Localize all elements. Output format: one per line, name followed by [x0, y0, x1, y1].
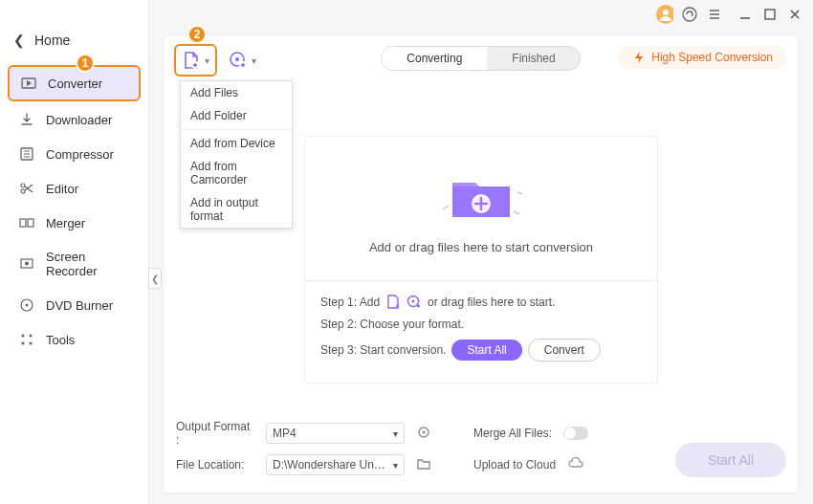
cloud-icon[interactable] [567, 457, 584, 473]
user-avatar-icon[interactable] [656, 6, 673, 23]
scissors-icon [19, 181, 34, 196]
svg-point-2 [21, 184, 25, 187]
add-dvd-button[interactable]: ▾ [223, 46, 262, 75]
svg-point-26 [423, 430, 426, 433]
collapse-toggle[interactable]: ❮ [148, 268, 162, 289]
sidebar-item-editor[interactable]: Editor [8, 172, 141, 205]
svg-point-20 [235, 57, 239, 61]
output-format-label: Output Format : [176, 420, 254, 447]
tab-converting[interactable]: Converting [382, 47, 487, 70]
merge-label: Merge All Files: [473, 427, 552, 440]
dropzone[interactable]: Add or drag files here to start conversi… [304, 136, 658, 383]
merge-toggle[interactable] [563, 427, 588, 440]
svg-point-11 [30, 335, 33, 338]
download-icon [19, 112, 34, 127]
hsc-label: High Speed Conversion [651, 51, 773, 64]
compressor-icon [19, 146, 34, 162]
add-file-small-icon[interactable] [385, 295, 401, 310]
dropzone-text: Add or drag files here to start conversi… [369, 240, 593, 254]
start-all-button[interactable]: Start All [675, 443, 786, 477]
svg-point-12 [22, 342, 25, 345]
sidebar-item-label: Screen Recorder [46, 250, 129, 278]
folder-plus-icon [433, 164, 529, 227]
output-format-value: MP4 [273, 427, 297, 440]
sidebar-item-downloader[interactable]: Downloader [8, 103, 141, 136]
svg-point-16 [683, 8, 696, 21]
svg-rect-4 [20, 219, 26, 227]
sidebar-item-dvd-burner[interactable]: DVD Burner [8, 289, 141, 321]
upload-cloud-label: Upload to Cloud [473, 458, 556, 471]
menu-icon[interactable] [706, 6, 723, 23]
dropdown-add-from-device[interactable]: Add from Device [181, 132, 292, 155]
add-dvd-small-icon[interactable] [406, 295, 422, 310]
sidebar-item-label: Compressor [46, 147, 114, 162]
add-dvd-icon [229, 51, 248, 70]
step2-label: Step 2: Choose your format. [320, 318, 464, 331]
sidebar-item-label: Tools [46, 333, 75, 347]
minimize-icon[interactable] [736, 6, 754, 23]
tab-finished[interactable]: Finished [487, 47, 580, 70]
add-toolbar: 2 ▾ ▾ Add Files Add Folder Add from Devi… [174, 44, 262, 77]
high-speed-conversion-button[interactable]: High Speed Conversion [619, 46, 786, 69]
status-tabs: Converting Finished [381, 46, 581, 71]
maximize-icon[interactable] [761, 6, 779, 23]
sidebar-item-label: Converter [48, 77, 102, 91]
svg-point-13 [30, 342, 33, 345]
main-area: ❮ 2 ▾ ▾ Add Files Add Folder A [149, 0, 813, 504]
sidebar-item-compressor[interactable]: Compressor [8, 138, 141, 170]
file-location-label: File Location: [176, 458, 254, 471]
open-folder-icon[interactable] [416, 456, 431, 474]
dropdown-add-in-output-format[interactable]: Add in output format [181, 191, 292, 228]
add-file-button[interactable]: 2 ▾ [174, 44, 217, 77]
home-nav[interactable]: ❮ Home [0, 27, 148, 65]
sidebar-item-label: DVD Burner [46, 298, 113, 313]
svg-rect-5 [28, 219, 33, 227]
step3-label: Step 3: Start conversion. [320, 343, 446, 357]
dropzone-illustration: Add or drag files here to start conversi… [305, 137, 657, 280]
dropzone-steps: Step 1: Add or drag files here to start.… [305, 280, 657, 383]
sidebar-item-tools[interactable]: Tools [8, 323, 141, 356]
file-location-value: D:\Wondershare UniConverter 1 [273, 458, 387, 471]
output-format-select[interactable]: MP4 ▾ [266, 423, 405, 444]
close-icon[interactable] [786, 6, 803, 23]
sidebar: ❮ Home 1 Converter Downloader Compressor… [0, 0, 149, 504]
converter-icon [21, 76, 36, 91]
support-icon[interactable] [681, 6, 698, 23]
dropdown-divider [181, 129, 292, 130]
dropdown-add-folder[interactable]: Add Folder [181, 104, 292, 127]
chevron-down-icon: ▾ [393, 460, 398, 471]
chevron-down-icon: ▾ [252, 55, 256, 66]
dropdown-add-from-camcorder[interactable]: Add from Camcorder [181, 155, 292, 191]
annotation-1: 1 [76, 54, 95, 73]
lightning-icon [632, 51, 646, 64]
window-controls [656, 6, 803, 23]
sidebar-item-label: Downloader [46, 113, 112, 127]
start-all-small-button[interactable]: Start All [451, 340, 521, 361]
svg-point-10 [22, 335, 25, 338]
sidebar-item-merger[interactable]: Merger [8, 207, 141, 239]
sidebar-item-converter[interactable]: 1 Converter [8, 65, 141, 101]
step1-label-a: Step 1: Add [320, 296, 380, 309]
sidebar-item-label: Editor [46, 182, 78, 196]
dvd-icon [19, 297, 34, 313]
svg-point-7 [25, 262, 29, 266]
home-label: Home [34, 33, 70, 48]
svg-point-24 [412, 300, 415, 303]
back-icon[interactable]: ❮ [13, 33, 25, 48]
dropdown-add-files[interactable]: Add Files [181, 81, 292, 104]
tools-icon [19, 332, 34, 347]
annotation-2: 2 [187, 25, 207, 44]
merger-icon [19, 215, 34, 230]
bottom-bar: Output Format : MP4 ▾ Merge All Files: F… [176, 420, 786, 483]
svg-point-9 [26, 304, 29, 307]
add-file-dropdown: Add Files Add Folder Add from Device Add… [180, 80, 293, 229]
sidebar-item-label: Merger [46, 216, 85, 230]
content-panel: 2 ▾ ▾ Add Files Add Folder Add from Devi… [165, 36, 798, 493]
settings-icon[interactable] [416, 425, 431, 443]
convert-button[interactable]: Convert [528, 339, 601, 362]
svg-rect-17 [765, 10, 775, 19]
step1-label-b: or drag files here to start. [428, 296, 555, 309]
chevron-down-icon: ▾ [205, 55, 209, 66]
file-location-select[interactable]: D:\Wondershare UniConverter 1 ▾ [266, 454, 405, 475]
sidebar-item-screen-recorder[interactable]: Screen Recorder [8, 241, 141, 287]
